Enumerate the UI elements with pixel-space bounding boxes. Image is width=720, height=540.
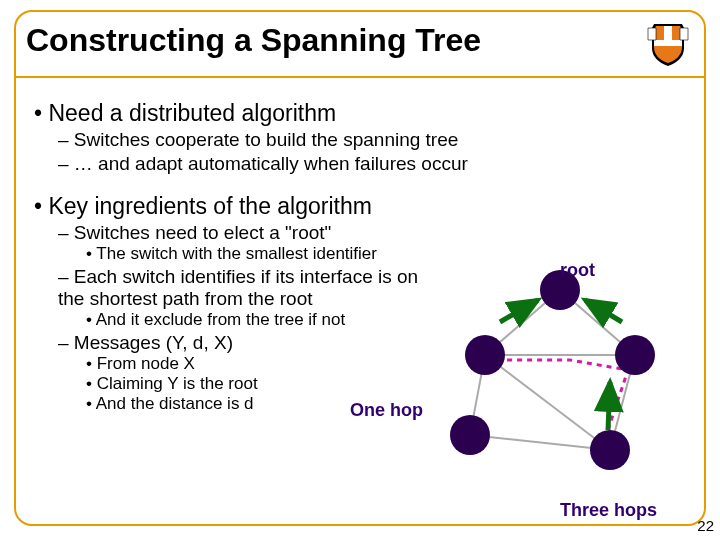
label-one-hop: One hop: [350, 400, 423, 421]
bullet-adapt: – … and adapt automatically when failure…: [30, 153, 692, 175]
bullet-need-distributed: • Need a distributed algorithm: [30, 100, 692, 127]
bullet-claiming-y: • Claiming Y is the root: [30, 374, 692, 394]
bullet-key-ingredients: • Key ingredients of the algorithm: [30, 193, 692, 220]
label-root: root: [560, 260, 595, 281]
svg-rect-1: [664, 26, 672, 40]
label-three-hops: Three hops: [560, 500, 657, 521]
page-number: 22: [697, 517, 714, 534]
slide-title: Constructing a Spanning Tree: [26, 22, 481, 59]
slide-content: • Need a distributed algorithm – Switche…: [30, 92, 692, 516]
bullet-from-x: • From node X: [30, 354, 692, 374]
bullet-shortest-path: – Each switch identifies if its interfac…: [30, 266, 420, 310]
svg-rect-0: [654, 40, 682, 46]
title-divider: [14, 76, 706, 78]
bullet-messages: – Messages (Y, d, X): [30, 332, 692, 354]
bullet-exclude: • And it exclude from the tree if not: [30, 310, 692, 330]
bullet-cooperate: – Switches cooperate to build the spanni…: [30, 129, 692, 151]
princeton-shield-icon: [644, 20, 692, 68]
bullet-elect-root: – Switches need to elect a "root": [30, 222, 692, 244]
